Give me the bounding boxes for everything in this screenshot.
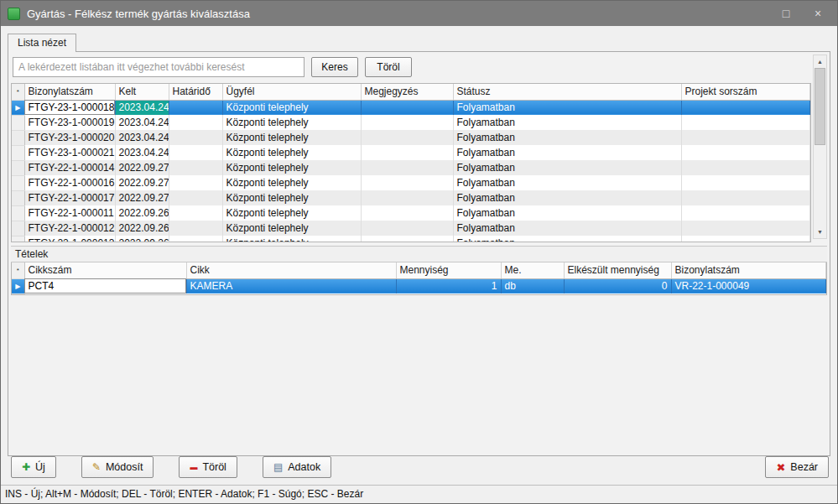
cell-ugyfel[interactable]: Központi telephely [222,175,361,190]
col-items-bizonylatszam[interactable]: Bizonylatszám [671,262,826,278]
col-ugyfel[interactable]: Ügyfél [222,84,361,100]
cell-megjegyzes[interactable] [361,236,453,242]
cell-bizonylatszam[interactable]: FTGY-22-1-000016 [24,175,115,190]
cell-bizonylatszam[interactable]: FTGY-22-1-000013 [24,236,115,242]
cell-megjegyzes[interactable] [361,130,453,145]
orders-row[interactable]: FTGY-22-1-0000112022.09.26.Központi tele… [12,205,810,221]
row-indicator[interactable]: ▶ [12,100,24,115]
cell-hatarido[interactable] [169,221,222,236]
cell-statusz[interactable]: Folyamatban [453,145,681,160]
cell-hatarido[interactable] [169,115,222,130]
scroll-down-icon[interactable]: ▼ [814,226,826,238]
col-mennyiseg[interactable]: Mennyiség [396,262,501,278]
cell-statusz[interactable]: Folyamatban [453,190,681,205]
cell-projekt[interactable] [681,175,810,190]
cell-hatarido[interactable] [169,100,222,115]
tab-lista-nezet[interactable]: Lista nézet [8,34,76,52]
cell-projekt[interactable] [681,145,810,160]
cell-kelt[interactable]: 2023.04.24. [115,100,169,115]
orders-row[interactable]: FTGY-22-1-0000122022.09.26.Központi tele… [12,221,810,236]
cell-cikkszam[interactable]: PCT4 [24,278,186,294]
row-indicator[interactable] [12,205,24,221]
row-indicator[interactable] [12,236,24,242]
cell-kelt[interactable]: 2023.04.24. [115,115,169,130]
cell-ugyfel[interactable]: Központi telephely [222,205,361,221]
cell-projekt[interactable] [681,205,810,221]
row-indicator[interactable] [12,160,24,175]
orders-row[interactable]: FTGY-22-1-0000142022.09.27.Központi tele… [12,160,810,175]
cell-hatarido[interactable] [169,175,222,190]
row-indicator[interactable] [12,130,24,145]
cell-ugyfel[interactable]: Központi telephely [222,221,361,236]
search-button[interactable]: Keres [311,57,358,77]
orders-row[interactable]: FTGY-23-1-0000202023.04.24.Központi tele… [12,130,810,145]
cell-projekt[interactable] [681,100,810,115]
cell-kelt[interactable]: 2022.09.27. [115,160,169,175]
cell-megjegyzes[interactable] [361,175,453,190]
new-button[interactable]: ✚ Új [11,456,56,478]
cell-bizonylatszam[interactable]: FTGY-23-1-000020 [24,130,115,145]
col-kelt[interactable]: Kelt [115,84,169,100]
items-row[interactable]: ▶PCT4KAMERA1db0VR-22-1-000049 [12,278,826,294]
close-dialog-button[interactable]: ✖ Bezár [765,456,829,478]
cell-hatarido[interactable] [169,145,222,160]
row-indicator[interactable] [12,145,24,160]
cell-megjegyzes[interactable] [361,100,453,115]
col-me[interactable]: Me. [501,262,564,278]
cell-statusz[interactable]: Folyamatban [453,205,681,221]
data-button[interactable]: ▤ Adatok [263,456,331,478]
row-indicator[interactable] [12,115,24,130]
cell-megjegyzes[interactable] [361,160,453,175]
cell-kelt[interactable]: 2022.09.27. [115,190,169,205]
cell-hatarido[interactable] [169,236,222,242]
cell-ugyfel[interactable]: Központi telephely [222,100,361,115]
orders-row[interactable]: FTGY-22-1-0000132022.09.26.Központi tele… [12,236,810,242]
cell-megjegyzes[interactable] [361,221,453,236]
cell-bizonylatszam[interactable]: FTGY-23-1-000019 [24,115,115,130]
cell-megjegyzes[interactable] [361,145,453,160]
col-cikkszam[interactable]: Cikkszám [24,262,186,278]
cell-bizonylatszam[interactable]: FTGY-22-1-000017 [24,190,115,205]
clear-search-button[interactable]: Töröl [365,57,412,77]
cell-megjegyzes[interactable] [361,115,453,130]
cell-projekt[interactable] [681,130,810,145]
cell-bizonylatszam[interactable]: VR-22-1-000049 [671,278,826,294]
search-input[interactable] [13,57,304,77]
cell-ugyfel[interactable]: Központi telephely [222,145,361,160]
cell-statusz[interactable]: Folyamatban [453,130,681,145]
delete-button[interactable]: ▬ Töröl [179,456,237,478]
cell-statusz[interactable]: Folyamatban [453,115,681,130]
cell-bizonylatszam[interactable]: FTGY-23-1-000018 [24,100,115,115]
col-cikk[interactable]: Cikk [186,262,396,278]
cell-hatarido[interactable] [169,130,222,145]
row-indicator[interactable] [12,175,24,190]
scrollbar-thumb[interactable] [815,68,825,145]
scroll-up-icon[interactable]: ▲ [814,55,826,68]
cell-ugyfel[interactable]: Központi telephely [222,115,361,130]
row-indicator[interactable]: ▶ [12,278,24,294]
cell-kelt[interactable]: 2022.09.26. [115,205,169,221]
cell-mennyiseg[interactable]: 1 [396,278,501,294]
cell-me[interactable]: db [501,278,564,294]
cell-projekt[interactable] [681,236,810,242]
col-hatarido[interactable]: Határidő [169,84,222,100]
row-indicator[interactable] [12,221,24,236]
cell-projekt[interactable] [681,115,810,130]
cell-statusz[interactable]: Folyamatban [453,221,681,236]
cell-statusz[interactable]: Folyamatban [453,160,681,175]
row-indicator[interactable] [12,190,24,205]
vertical-scrollbar[interactable]: ▲ ▼ [813,55,827,239]
cell-elkeszult[interactable]: 0 [564,278,671,294]
cell-statusz[interactable]: Folyamatban [453,100,681,115]
col-elkeszult-mennyiseg[interactable]: Elkészült mennyiség [564,262,671,278]
col-projekt-sorszam[interactable]: Projekt sorszám [681,84,810,100]
cell-kelt[interactable]: 2022.09.27. [115,175,169,190]
cell-hatarido[interactable] [169,160,222,175]
cell-statusz[interactable]: Folyamatban [453,236,681,242]
cell-ugyfel[interactable]: Központi telephely [222,236,361,242]
orders-row[interactable]: ▶FTGY-23-1-0000182023.04.24.Központi tel… [12,100,810,115]
cell-ugyfel[interactable]: Központi telephely [222,160,361,175]
col-megjegyzes[interactable]: Megjegyzés [361,84,453,100]
maximize-button[interactable]: □ [773,1,799,26]
col-statusz[interactable]: Státusz [453,84,681,100]
